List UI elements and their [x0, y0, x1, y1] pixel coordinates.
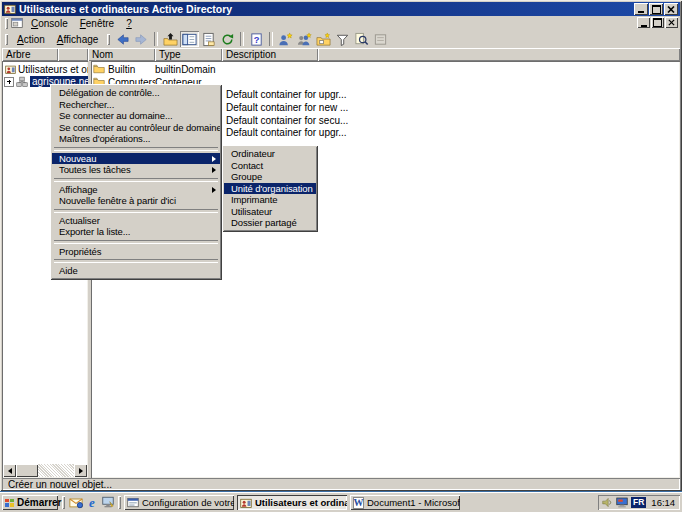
forward-icon: [134, 32, 149, 47]
task-button-configuration[interactable]: Configuration de votre se...: [124, 495, 234, 510]
quicklaunch-outlook-express-icon[interactable]: [68, 495, 84, 510]
window-titlebar[interactable]: Utilisateurs et ordinateurs Active Direc…: [2, 2, 680, 16]
minimize-button[interactable]: [634, 3, 648, 15]
task-button-word-document[interactable]: W Document1 - Microsoft W...: [350, 495, 460, 510]
tree-horizontal-scrollbar[interactable]: [3, 464, 87, 477]
clock[interactable]: 16:14: [651, 497, 675, 508]
menubar-gripper[interactable]: [5, 18, 8, 29]
toolbar: Action Affichage ?: [2, 30, 680, 48]
menu-item-connect-dc[interactable]: Se connecter au contrôleur de domaine...: [52, 122, 220, 134]
new-organizational-unit-button[interactable]: [314, 31, 333, 47]
filter-button[interactable]: [333, 31, 352, 47]
forward-button[interactable]: [132, 31, 151, 47]
toolbar-gripper[interactable]: [5, 34, 8, 45]
tree-pane-header[interactable]: Arbre: [2, 48, 58, 61]
special-action-button[interactable]: [371, 31, 390, 47]
restore-icon: [652, 5, 661, 14]
menu-item-exporter-liste[interactable]: Exporter la liste...: [52, 226, 220, 238]
submenu-item-contact[interactable]: Contact: [224, 160, 316, 172]
menu-item-actualiser[interactable]: Actualiser: [52, 215, 220, 227]
start-label: Démarrer: [17, 497, 61, 508]
new-organizational-unit-icon: [316, 32, 331, 47]
up-one-level-button[interactable]: [161, 31, 180, 47]
menu-item-affichage[interactable]: Affichage: [52, 184, 220, 196]
submenu-item-dossier-partage[interactable]: Dossier partagé: [224, 217, 316, 229]
child-restore-button[interactable]: [651, 17, 664, 28]
toolbar-affichage-menu[interactable]: Affichage: [51, 33, 105, 46]
menu-console[interactable]: Console: [25, 17, 74, 30]
display-icon[interactable]: [616, 497, 628, 508]
taskbar-separator: [62, 496, 65, 509]
configure-server-icon: [127, 497, 139, 509]
new-user-icon: [278, 32, 293, 47]
toolbar-separator: [154, 32, 158, 46]
scroll-left-button[interactable]: [3, 464, 16, 477]
submenu-item-ordinateur[interactable]: Ordinateur: [224, 148, 316, 160]
list-row-builtin[interactable]: Builtin builtinDomain: [91, 63, 680, 76]
cell-name: Builtin: [108, 64, 135, 75]
close-button[interactable]: [664, 3, 678, 15]
restore-button[interactable]: [649, 3, 663, 15]
menu-help[interactable]: ?: [120, 17, 138, 30]
properties-icon: [201, 32, 216, 47]
quicklaunch-show-desktop-icon[interactable]: [100, 495, 116, 510]
column-header-nom[interactable]: Nom: [88, 48, 155, 61]
help-button[interactable]: ?: [247, 31, 266, 47]
menu-separator: [54, 209, 218, 213]
show-console-tree-icon: [182, 32, 197, 47]
column-header-filler: [318, 48, 680, 61]
special-action-icon: [373, 32, 388, 47]
scrollbar-thumb[interactable]: [16, 464, 38, 477]
volume-icon[interactable]: [602, 497, 613, 508]
properties-button[interactable]: [199, 31, 218, 47]
menu-item-aide[interactable]: Aide: [52, 265, 220, 277]
menu-item-nouveau[interactable]: Nouveau: [52, 153, 220, 165]
menu-item-delegation[interactable]: Délégation de contrôle...: [52, 87, 220, 99]
submenu-arrow-icon: [212, 156, 216, 162]
folder-icon: [93, 63, 105, 75]
show-console-tree-button[interactable]: [180, 31, 199, 47]
task-button-ad-users[interactable]: Utilisateurs et ordinat...: [237, 495, 347, 510]
child-minimize-button[interactable]: [637, 17, 650, 28]
menu-item-toutes-les-taches[interactable]: Toutes les tâches: [52, 164, 220, 176]
child-close-button[interactable]: [665, 17, 678, 28]
expand-plus-icon[interactable]: [4, 77, 14, 87]
close-icon: [667, 6, 675, 13]
restore-icon: [653, 18, 662, 27]
refresh-icon: [220, 32, 235, 47]
toolbar-separator: [269, 32, 273, 46]
submenu-item-imprimante[interactable]: Imprimante: [224, 194, 316, 206]
menu-item-rechercher[interactable]: Rechercher...: [52, 99, 220, 111]
menu-item-nouvelle-fenetre[interactable]: Nouvelle fenêtre à partir d'ici: [52, 195, 220, 207]
find-icon: [354, 32, 369, 47]
toolbar-action-menu[interactable]: Action: [11, 33, 51, 46]
minimize-icon: [638, 11, 644, 13]
find-button[interactable]: [352, 31, 371, 47]
new-group-button[interactable]: [295, 31, 314, 47]
tree-item-root[interactable]: Utilisateurs et ordinat: [2, 63, 88, 75]
scroll-left-icon: [8, 468, 12, 474]
cell-description: Default container for upgr...: [222, 89, 680, 100]
column-header-type[interactable]: Type: [155, 48, 222, 61]
new-user-button[interactable]: [276, 31, 295, 47]
menu-item-connect-domain[interactable]: Se connecter au domaine...: [52, 110, 220, 122]
context-menu: Délégation de contrôle... Rechercher... …: [50, 84, 222, 280]
quicklaunch-internet-explorer-icon[interactable]: e: [84, 495, 100, 510]
menu-item-operations-masters[interactable]: Maîtres d'opérations...: [52, 133, 220, 145]
scrollbar-track[interactable]: [38, 464, 74, 477]
menu-fenetre[interactable]: Fenêtre: [74, 17, 120, 30]
domain-icon: [16, 76, 28, 88]
submenu-item-groupe[interactable]: Groupe: [224, 171, 316, 183]
menu-item-proprietes[interactable]: Propriétés: [52, 246, 220, 258]
language-indicator[interactable]: FR: [631, 497, 646, 508]
submenu-item-utilisateur[interactable]: Utilisateur: [224, 206, 316, 218]
column-header-description[interactable]: Description: [222, 48, 318, 61]
submenu-item-unite-organisation[interactable]: Unité d'organisation: [224, 183, 316, 195]
toolbar-gripper-2[interactable]: [107, 34, 110, 45]
child-window-icon[interactable]: [11, 17, 23, 29]
start-button[interactable]: Démarrer: [2, 495, 58, 510]
minimize-icon: [641, 25, 647, 27]
refresh-button[interactable]: [218, 31, 237, 47]
back-button[interactable]: [113, 31, 132, 47]
scroll-right-button[interactable]: [74, 464, 87, 477]
